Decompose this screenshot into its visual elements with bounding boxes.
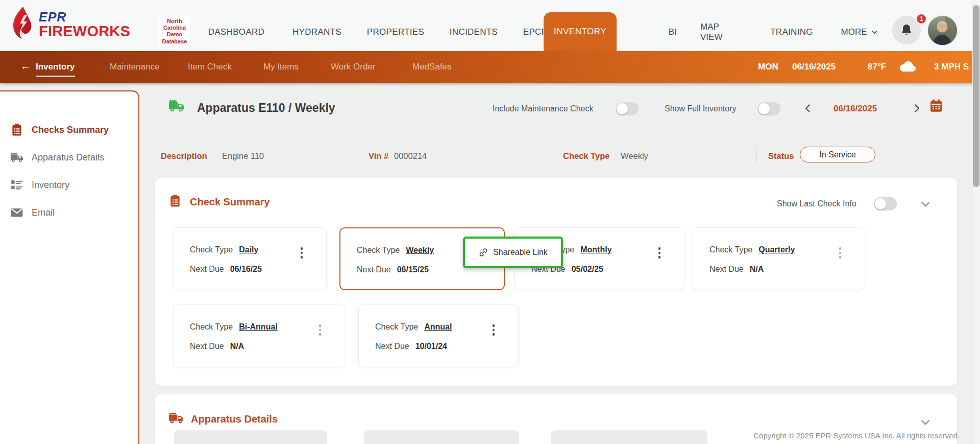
subnav-item-maintenance[interactable]: Maintenance [110,62,159,72]
nav-item-inventory-active[interactable]: INVENTORY [544,12,617,51]
show-full-inventory-label: Show Full Inventory [665,104,737,113]
next-due-value: 05/02/25 [572,265,603,273]
sidebar-item-label: Apparatus Details [32,152,104,163]
fire-truck-icon [10,151,23,164]
nav-item-incidents[interactable]: INCIDENTS [450,27,498,37]
check-type-label: Check Type [375,322,418,331]
checklist-icon [10,178,23,192]
check-type-label: Check Type [357,246,400,254]
sidebar-item-apparatus-details[interactable]: Apparatus Details [0,144,138,171]
page-title: Apparatus E110 / Weekly [197,101,335,115]
check-type-link[interactable]: Daily [239,245,258,254]
sidebar-item-checks-summary[interactable]: Checks Summary [0,116,138,144]
calendar-icon[interactable] [929,99,943,113]
include-maintenance-label: Include Maintenance Check [493,104,593,113]
check-type-link[interactable]: Annual [424,322,452,331]
copyright-text: Copyright © 2025 EPR Systems USA Inc. Al… [753,431,960,440]
show-full-inventory-toggle[interactable] [757,102,780,115]
next-date-chevron-icon[interactable] [912,103,922,113]
shareable-link-menu-item[interactable]: Shareable Link [463,237,563,268]
badge-line: North [160,18,189,25]
badge-line: Database [160,38,189,45]
kebab-menu-icon[interactable] [838,246,843,260]
check-type-label: Check Type [190,322,233,331]
kebab-menu-icon[interactable] [318,323,323,337]
map-view-line2: VIEW [700,32,722,42]
check-card-bi-annual[interactable]: Check TypeBi-Annual Next DueN/A [173,305,345,367]
badge-line: Demo [160,31,189,38]
kebab-menu-icon[interactable] [300,246,304,260]
show-last-check-toggle[interactable] [874,197,897,211]
flame-logo-icon [11,6,35,44]
nav-item-more[interactable]: MORE [841,27,878,37]
subnav-item-medsafes[interactable]: MedSafes [412,62,452,72]
placeholder-block [551,430,707,444]
bell-icon [899,23,914,37]
collapse-chevron-icon[interactable] [920,417,931,428]
subnav-item-inventory[interactable]: Inventory [36,62,75,77]
check-card-quarterly[interactable]: Check TypeQuarterly Next DueN/A [693,227,865,290]
description-label: Description [161,151,207,161]
nav-item-training[interactable]: TRAINING [770,27,813,37]
subnav-item-my-items[interactable]: My Items [263,62,299,72]
weather-wind: 3 MPH S [934,62,969,72]
apparatus-details-title: Apparatus Details [191,413,278,425]
next-due-value: 06/15/25 [397,265,429,274]
include-maintenance-toggle[interactable] [616,102,639,115]
envelope-icon [10,206,23,219]
show-last-check-label: Show Last Check Info [777,199,856,208]
sidebar-item-label: Inventory [32,180,69,191]
subnav-item-work-order[interactable]: Work Order [331,62,376,72]
check-type-value: Weekly [621,151,648,161]
scrollbar-thumb[interactable] [973,5,979,187]
nav-item-map-view[interactable]: MAP VIEW [700,22,722,42]
nav-item-hydrants[interactable]: HYDRANTS [292,27,341,37]
vin-label: Vin # [369,151,388,161]
collapse-chevron-icon[interactable] [920,199,931,210]
check-type-label: Check Type [190,245,233,254]
status-badge: In Service [800,147,875,162]
badge-line: Carolina [160,25,189,31]
kebab-menu-icon[interactable] [657,246,662,260]
check-summary-section: Check Summary Show Last Check Info Check… [155,178,957,386]
check-type-link[interactable]: Weekly [406,246,434,254]
placeholder-block [174,430,327,444]
sidebar-item-label: Checks Summary [32,125,109,135]
fire-truck-icon [168,412,184,424]
check-card-annual[interactable]: Check TypeAnnual Next Due10/01/24 [358,305,519,367]
shareable-link-label: Shareable Link [493,248,548,257]
check-type-link[interactable]: Monthly [580,245,611,254]
user-avatar[interactable] [928,16,957,45]
sidebar-item-email[interactable]: Email [0,199,138,226]
info-separator [756,147,757,164]
top-header: EPR FIREWORKS North Carolina Demo Databa… [0,0,980,51]
next-due-value: 06/16/25 [230,265,262,273]
weather-temperature: 87°F [868,62,886,72]
placeholder-block [364,430,519,444]
info-separator [555,147,555,164]
nav-item-properties[interactable]: PROPERTIES [367,27,424,37]
screen: EPR FIREWORKS North Carolina Demo Databa… [0,0,980,444]
check-card-daily[interactable]: Check TypeDaily Next Due06/16/25 [173,227,327,290]
check-type-link[interactable]: Quarterly [758,245,795,254]
sidebar-item-label: Email [32,207,55,218]
description-value: Engine 110 [222,151,264,161]
clipboard-icon [168,194,182,207]
sidebar-item-inventory[interactable]: Inventory [0,171,138,199]
selected-date[interactable]: 06/16/2025 [834,104,877,114]
nav-item-dashboard[interactable]: DASHBOARD [208,27,264,37]
demo-database-badge: North Carolina Demo Database [159,16,190,47]
kebab-menu-icon[interactable] [492,323,496,337]
vin-value: 0000214 [394,151,427,161]
check-type-link[interactable]: Bi-Annual [239,322,278,331]
logo-text: EPR FIREWORKS [39,11,130,39]
subnav-item-item-check[interactable]: Item Check [188,62,232,72]
back-arrow-icon[interactable]: ← [20,60,31,72]
previous-date-chevron-icon[interactable] [803,103,813,113]
nav-item-bi[interactable]: BI [669,27,677,37]
cloud-icon [898,59,916,72]
logo-epr-text: EPR [39,11,130,24]
check-summary-title: Check Summary [190,196,270,208]
epr-fireworks-logo[interactable]: EPR FIREWORKS [11,6,130,44]
chevron-down-icon [871,29,878,36]
